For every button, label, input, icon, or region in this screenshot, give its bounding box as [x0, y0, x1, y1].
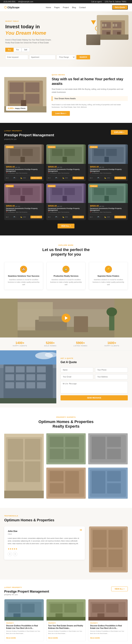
svg-rect-87 [4, 490, 44, 498]
hero-tab-buy[interactable]: Buy [5, 48, 13, 52]
prop-bath-1: 🚿 2 [13, 177, 16, 179]
prop-location-5: 📍 46 Baldwin, New York America [48, 212, 84, 213]
nav-blog[interactable]: Blog [72, 6, 76, 8]
stat-label-2: SOLD HOMES [44, 345, 57, 347]
prop-name-1: Paramount Investments Prestige Property … [6, 168, 42, 172]
prop-light-readmore-1[interactable]: READ MORE [6, 637, 16, 639]
svg-rect-70 [16, 374, 25, 380]
dark-explore-button[interactable]: EXPLORE > [111, 130, 128, 135]
prop-tag-1: Featured [6, 146, 14, 148]
hero-section: INVEST TODAY Invest today in You Dream H… [0, 12, 132, 67]
hero-price-select[interactable]: Price Range $500 - $1000 $1000 - $2000 $… [57, 54, 75, 60]
svg-rect-71 [26, 374, 35, 380]
logo-text: CityScope [7, 6, 19, 9]
svg-rect-132 [89, 617, 128, 620]
property-card-1: Featured $9500.00 per mo Paramount Inves… [4, 144, 44, 181]
svg-rect-80 [0, 398, 56, 404]
nav-contact[interactable]: Contact [79, 6, 86, 8]
hero-keyword-input[interactable] [5, 55, 28, 60]
expert-card-5 [88, 467, 128, 499]
testi-label: TESTIMONIALS [4, 515, 128, 517]
hero-tab-sell[interactable]: Sell [21, 48, 30, 52]
prop-image-6: Featured [88, 184, 128, 203]
quote-phone-input[interactable] [95, 367, 128, 372]
svg-rect-34 [106, 149, 117, 156]
prop-name-6: Paramount Investments Prestige Property … [90, 208, 126, 211]
topbar: (619) 840-0591 info@example.com Call an … [0, 0, 132, 3]
prop-bath-2: 🚿 2 [55, 177, 58, 179]
nav-links: Home Pages Project Blog Contact [46, 6, 86, 8]
hero-apartment-input[interactable] [29, 55, 56, 60]
testi-text: Lorem ipsum dolor sit amet, consectetur … [8, 537, 81, 545]
quote-message-input[interactable] [61, 381, 128, 394]
prop-name-4: Paramount Investments Prestige Property … [6, 208, 42, 211]
stay-section: 4,000+ Happy Clients QUICK MOVES Stay wi… [0, 67, 132, 123]
svg-rect-130 [106, 604, 119, 612]
nav-home[interactable]: Home [46, 6, 51, 8]
feature-icon-1: 🏠 [20, 266, 27, 273]
prop-book-button-3[interactable]: BOOK NOW › [114, 176, 126, 179]
nav-pages[interactable]: Pages [54, 6, 60, 8]
feature-icon-3: 🔑 [105, 266, 112, 273]
testi-next-button[interactable]: › [13, 552, 17, 556]
testi-layout: " John Doe Client Lorem ipsum dolor sit … [4, 526, 128, 572]
svg-rect-114 [108, 550, 123, 567]
nav-cta-button[interactable]: Get a Quote [112, 5, 128, 10]
quote-address-input[interactable] [95, 374, 128, 379]
stay-description: Real Estate is a real estate deals With … [52, 88, 128, 94]
play-button[interactable] [62, 314, 70, 322]
svg-rect-33 [94, 149, 105, 156]
prop-book-button-2[interactable]: BOOK NOW › [72, 176, 84, 179]
svg-rect-24 [22, 149, 33, 156]
quote-submit-button[interactable]: SEND MESSAGE [61, 395, 128, 400]
testi-image [89, 526, 128, 572]
stay-learn-more-button[interactable]: Learn More > [52, 111, 70, 116]
prop-light-readmore-3[interactable]: READ MORE [90, 637, 100, 639]
quote-email-input[interactable] [61, 374, 93, 379]
dark-label: LATEST PROPERTY [4, 130, 54, 132]
props-light-viewall-button[interactable]: VIEW ALL > [111, 586, 128, 591]
svg-rect-10 [105, 24, 107, 26]
prop-book-button-1[interactable]: BOOK NOW › [30, 176, 42, 179]
hero-tab-for[interactable]: For [13, 48, 21, 52]
svg-rect-90 [50, 437, 63, 447]
expert-card-1 [4, 433, 44, 499]
hero-subtitle: Invest in Real Estate Helping You Your R… [5, 38, 55, 44]
quote-name-input[interactable] [61, 367, 93, 372]
prop-beds-4: 🛏 3 [6, 216, 9, 218]
prop-body-6: $9500.00 per mo Paramount Investments Pr… [88, 203, 128, 220]
prop-features-2: 🛏 3 🚿 2 📐 1500 BOOK NOW › [48, 175, 84, 179]
testi-prev-button[interactable]: ‹ [8, 552, 12, 556]
svg-rect-25 [20, 157, 25, 162]
property-card-6: Featured $9500.00 per mo Paramount Inves… [88, 184, 128, 220]
dark-viewall-button[interactable]: VIEW ALL > [58, 224, 74, 228]
quote-form-area: GET A QUOTE Get A Quote SEND MESSAGE [56, 350, 132, 408]
prop-image-5: Featured [46, 184, 86, 203]
hero-search-button[interactable]: SEARCH [76, 55, 90, 60]
svg-rect-91 [65, 437, 79, 447]
dark-title: Prestige Propert Management [4, 133, 54, 137]
prop-beds-6: 🛏 3 [90, 216, 93, 218]
testi-name: John Doe [8, 530, 81, 532]
prop-location-2: 📍 46 Baldwin, New York America [48, 172, 84, 174]
svg-rect-124 [64, 604, 76, 612]
svg-rect-9 [102, 24, 104, 26]
prop-book-button-4[interactable]: BOOK NOW › [30, 216, 42, 218]
prop-sqft-1: 📐 1500 [21, 177, 26, 179]
svg-rect-39 [22, 188, 33, 195]
prop-features-5: 🛏 3 🚿 2 📐 1500 BOOK NOW › [48, 214, 84, 218]
svg-rect-66 [16, 366, 25, 372]
stat-2: 5200+ SOLD HOMES [44, 341, 57, 347]
topbar-phone: (619) 840-0591 [3, 1, 15, 3]
svg-rect-129 [92, 604, 105, 612]
prop-light-readmore-2[interactable]: READ MORE [48, 637, 58, 639]
prop-book-button-5[interactable]: BOOK NOW › [72, 216, 84, 218]
prop-beds-5: 🛏 3 [48, 216, 51, 218]
experts-title: Optimum Homes & PropertiesRealty Experts [4, 420, 128, 429]
testi-navigation: ‹ › [8, 552, 81, 556]
nav-project[interactable]: Project [63, 6, 69, 8]
prop-price-4: $9500.00 per mo [6, 205, 42, 207]
prop-book-button-6[interactable]: BOOK NOW › [114, 216, 126, 218]
stat-num-4: 1600+ [105, 341, 119, 345]
prop-light-category-2: PROPERTY [48, 622, 84, 624]
